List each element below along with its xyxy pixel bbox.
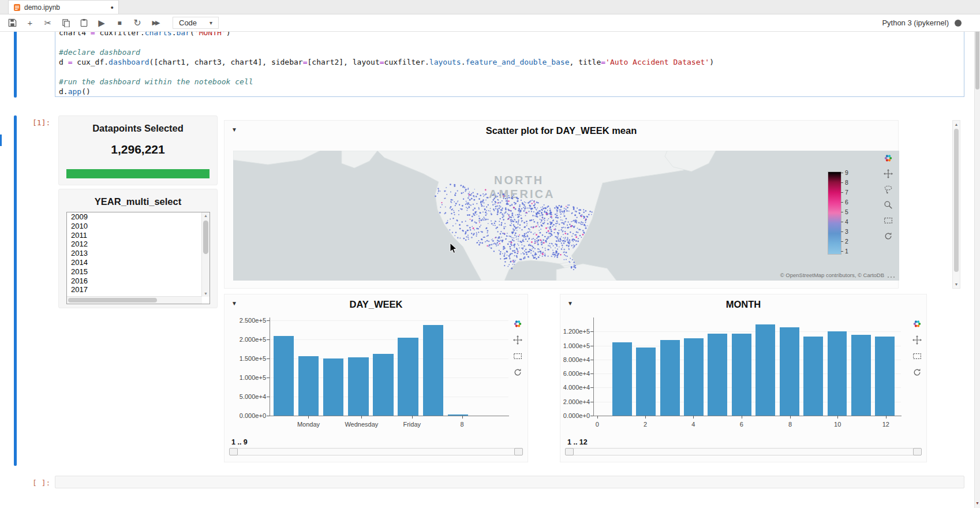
slider-handle-left[interactable] <box>565 448 574 455</box>
run-all-button[interactable]: ▶▶ <box>150 18 160 28</box>
code-cell[interactable]: chart4 = cuxfilter.charts.bar('MONTH') #… <box>55 32 964 97</box>
y-axis-tick-label: 4.000e+4 <box>547 384 590 391</box>
dashboard-scrollbar[interactable]: ▲ ▼ <box>952 120 960 289</box>
bar <box>323 358 343 416</box>
scroll-down-icon[interactable]: ▼ <box>202 292 210 296</box>
plot-area <box>593 318 902 416</box>
window-scrollbar[interactable]: ▲ ▼ <box>974 14 980 508</box>
more-options-icon[interactable] <box>887 272 896 279</box>
code-editor[interactable]: chart4 = cuxfilter.charts.bar('MONTH') #… <box>59 32 960 96</box>
save-button[interactable] <box>7 18 17 28</box>
bokeh-logo-icon[interactable] <box>884 153 893 163</box>
reset-tool-icon[interactable] <box>884 231 893 241</box>
scrollbar-thumb[interactable] <box>954 129 959 272</box>
scroll-up-icon[interactable]: ▲ <box>953 122 960 126</box>
scroll-down-icon[interactable]: ▼ <box>975 501 980 505</box>
pan-tool-icon[interactable] <box>912 335 922 345</box>
year-select-title: YEAR_multi_select <box>59 196 217 207</box>
notebook-scroll-area[interactable]: chart4 = cuxfilter.charts.bar('MONTH') #… <box>0 32 974 508</box>
year-option[interactable]: 2010 <box>67 222 210 231</box>
empty-code-cell[interactable] <box>55 476 964 488</box>
year-option[interactable]: 2013 <box>67 249 210 258</box>
unsaved-changes-dot[interactable]: ● <box>111 5 114 10</box>
bokeh-toolbar <box>511 319 525 377</box>
scrollbar-thumb[interactable] <box>203 221 208 254</box>
y-axis-tick-label: 5.000e+4 <box>223 393 266 400</box>
add-cell-button[interactable]: + <box>25 18 35 28</box>
x-axis-tick <box>837 416 838 419</box>
scroll-up-icon[interactable]: ▲ <box>202 214 210 218</box>
paste-cells-button[interactable] <box>78 18 89 28</box>
colorbar-tick-mark <box>841 222 843 222</box>
pan-tool-icon[interactable] <box>884 169 893 178</box>
slider-handle-right[interactable] <box>913 448 922 455</box>
kernel-name[interactable]: Python 3 (ipykernel) <box>882 18 949 27</box>
bokeh-toolbar <box>910 319 924 377</box>
slider-handle-right[interactable] <box>514 448 523 455</box>
month-chart[interactable]: 1.200e+51.000e+58.000e+46.000e+44.000e+4… <box>560 294 926 462</box>
month-range-slider[interactable] <box>565 448 922 455</box>
run-cell-button[interactable]: ▶ <box>96 18 107 28</box>
bar <box>636 348 656 416</box>
colorbar-tick-label: 3 <box>845 228 848 235</box>
copy-cells-button[interactable] <box>61 18 71 28</box>
sidebar-active-indicator <box>0 135 2 146</box>
bar <box>755 324 775 416</box>
day-week-range-slider[interactable] <box>229 448 523 455</box>
y-axis-tick-label: 6.000e+4 <box>547 370 590 377</box>
reset-tool-icon[interactable] <box>513 367 523 377</box>
x-axis-tick-label: 12 <box>863 421 909 428</box>
box-select-tool-icon[interactable] <box>884 215 893 225</box>
colorbar-tick-label: 5 <box>845 208 848 215</box>
year-option[interactable]: 2011 <box>67 231 210 240</box>
stop-kernel-button[interactable]: ■ <box>114 18 125 28</box>
y-axis-tick-label: 1.000e+5 <box>223 374 266 381</box>
colorbar-tick-mark <box>841 182 843 183</box>
bokeh-logo-icon[interactable] <box>513 319 523 328</box>
scrollbar-thumb[interactable] <box>975 26 979 89</box>
colorbar-tick-label: 1 <box>845 248 848 255</box>
year-multi-select-card: YEAR_multi_select 2009201020112012201320… <box>58 189 218 308</box>
lasso-select-tool-icon[interactable] <box>884 184 893 194</box>
restart-kernel-button[interactable]: ↻ <box>132 18 143 28</box>
box-zoom-tool-icon[interactable] <box>884 200 893 210</box>
code-line: #declare dashboard <box>59 47 960 57</box>
year-multi-select-listbox[interactable]: 200920102011201220132014201520162017 ▲ ▼ <box>66 212 210 304</box>
reset-tool-icon[interactable] <box>912 367 922 377</box>
year-option[interactable]: 2016 <box>67 277 210 286</box>
year-option[interactable]: 2012 <box>67 240 210 249</box>
year-option[interactable]: 2017 <box>67 285 210 294</box>
slider-handle-left[interactable] <box>229 448 238 455</box>
scrollbar-thumb[interactable] <box>68 298 157 302</box>
y-axis-tick-label: 1.000e+5 <box>547 342 590 349</box>
input-collapser[interactable] <box>14 32 17 98</box>
x-axis-tick <box>412 416 413 419</box>
cut-cells-button[interactable]: ✂ <box>43 18 53 28</box>
scatter-title: Scatter plot for DAY_WEEK mean <box>225 125 898 136</box>
map-attribution: © OpenStreetMap contributors, © CartoDB <box>780 272 884 278</box>
tab-bar: demo.ipynb ● <box>0 0 980 14</box>
pan-tool-icon[interactable] <box>513 335 523 345</box>
bar <box>803 337 823 416</box>
year-list-horizontal-scrollbar[interactable] <box>67 296 202 304</box>
year-option[interactable]: 2014 <box>67 258 210 267</box>
day-week-chart-panel: ▼ DAY_WEEK 2.500e+52.000e+51.500e+51.000… <box>224 294 528 462</box>
x-axis-tick <box>645 416 646 419</box>
empty-cell-prompt: [ ]: <box>32 479 50 487</box>
cell-type-dropdown[interactable]: Code ▾ <box>173 17 219 29</box>
kernel-status-icon <box>955 20 962 27</box>
year-option[interactable]: 2015 <box>67 267 210 277</box>
map-canvas[interactable]: NORTH AMERICA 987654321 © OpenStreetMap … <box>233 151 899 281</box>
x-axis-tick <box>790 416 791 419</box>
scroll-down-icon[interactable]: ▼ <box>953 282 960 286</box>
bokeh-logo-icon[interactable] <box>912 319 922 328</box>
notebook-tab[interactable]: demo.ipynb ● <box>8 0 119 14</box>
output-collapser[interactable] <box>14 115 17 466</box>
year-list-vertical-scrollbar[interactable]: ▲ ▼ <box>201 212 210 297</box>
colorbar-tick-label: 7 <box>845 189 848 196</box>
bar <box>348 357 368 416</box>
year-option[interactable]: 2009 <box>67 212 210 222</box>
box-select-tool-icon[interactable] <box>513 351 523 361</box>
day-week-chart[interactable]: 2.500e+52.000e+51.500e+51.000e+55.000e+4… <box>225 294 528 462</box>
box-select-tool-icon[interactable] <box>912 351 922 361</box>
